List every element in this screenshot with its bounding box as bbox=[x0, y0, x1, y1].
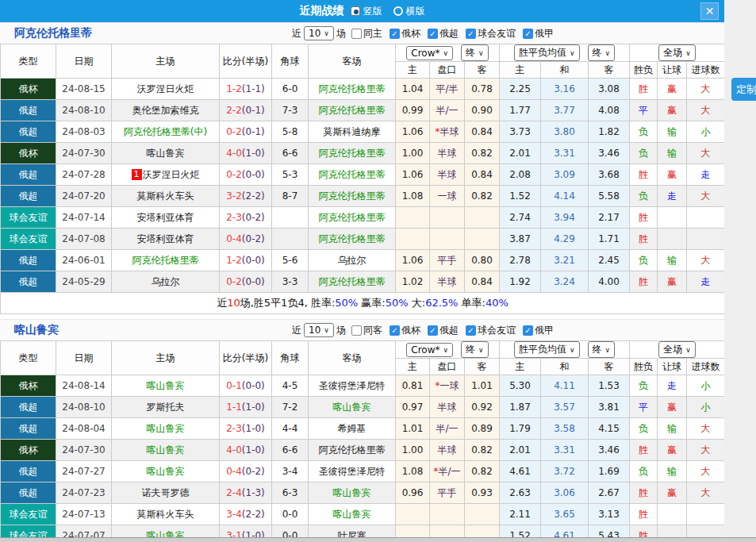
league-badge: 俄超 bbox=[1, 397, 56, 418]
avg-home-odds: 1.87 bbox=[500, 397, 541, 418]
home-team-name: 喀山鲁宾 bbox=[147, 380, 185, 391]
away-team: 阿克伦托格里蒂 bbox=[309, 207, 396, 229]
avg-odds-group: 胜平负均值∨终∨ bbox=[500, 341, 630, 359]
same-venue-checkbox[interactable]: 同客 bbox=[351, 324, 382, 337]
home-team: 喀山鲁宾 bbox=[112, 375, 220, 397]
match-row: 俄超24-07-23诺夫哥罗德2-4(1-3)6-3喀山鲁宾0.96平手0.93… bbox=[1, 482, 725, 504]
handicap-text: 半/一 bbox=[436, 423, 458, 434]
result-wdl: 胜 bbox=[630, 207, 658, 229]
team-section-1: 喀山鲁宾近10∨场同客✓俄杯✓俄超✓球会友谊✓俄甲类型日期主场比分(半场)角球客… bbox=[0, 319, 724, 537]
match-row: 俄超24-05-29乌拉尔0-2(0-0)3-3阿克伦托格里蒂1.02半球0.8… bbox=[1, 271, 725, 293]
radio-unselected-icon bbox=[393, 6, 403, 16]
handicap-home-odds: 1.00 bbox=[396, 440, 430, 461]
checkbox-unchecked-icon bbox=[351, 325, 362, 336]
halftime-score: (0-1) bbox=[242, 126, 265, 137]
avg-away-odds: 3.08 bbox=[589, 79, 630, 100]
away-team-name: 叶尼塞 bbox=[338, 530, 366, 538]
avg-odds-select[interactable]: 胜平负均值∨ bbox=[514, 44, 580, 61]
subcol-6: 胜负 bbox=[630, 62, 658, 79]
score: 4-0(1-0) bbox=[220, 143, 272, 164]
league-checkbox-0[interactable]: ✓俄杯 bbox=[390, 27, 420, 40]
away-team-name: 阿克伦托格里蒂 bbox=[319, 190, 386, 202]
handicap-away-odds: 0.93 bbox=[465, 482, 500, 504]
score: 2-3(1-0) bbox=[220, 418, 272, 440]
score: 0-2(0-1) bbox=[220, 121, 272, 143]
avg-away-odds: 1.82 bbox=[589, 121, 630, 143]
league-checkbox-1[interactable]: ✓俄超 bbox=[428, 324, 459, 337]
handicap-home-odds: 1.08 bbox=[396, 186, 430, 207]
avg-home-odds: 2.11 bbox=[500, 504, 541, 525]
avg-away-odds: 3.13 bbox=[589, 504, 630, 525]
results-group: 全场∨ bbox=[630, 44, 724, 62]
avg-draw-odds: 3.16 bbox=[541, 79, 589, 100]
home-team: 莫斯科火车头 bbox=[112, 504, 220, 525]
radio-horizontal-layout[interactable]: 横版 bbox=[393, 5, 425, 18]
handicap-away-odds: 0.84 bbox=[465, 271, 500, 293]
result-goals: 大 bbox=[687, 186, 724, 207]
odds-provider-select[interactable]: Crow*∨ bbox=[406, 46, 453, 60]
scope-select[interactable]: 全场∨ bbox=[658, 44, 696, 61]
score: 0-2(0-0) bbox=[220, 164, 272, 186]
fulltime-score: 0-4 bbox=[226, 466, 242, 477]
handicap-away-odds: 0.84 bbox=[465, 164, 500, 186]
result-wdl: 胜 bbox=[630, 229, 658, 250]
league-checkbox-0[interactable]: ✓俄杯 bbox=[390, 324, 420, 337]
avg-odds-select[interactable]: 胜平负均值∨ bbox=[514, 341, 580, 358]
subcol-6: 胜负 bbox=[630, 359, 658, 375]
handicap-away-odds: 0.89 bbox=[465, 418, 500, 440]
avg-odds-selects: 胜平负均值∨终∨ bbox=[500, 44, 629, 61]
radio-vertical-layout[interactable]: 竖版 bbox=[351, 5, 382, 18]
avg-away-odds: 2.67 bbox=[589, 482, 630, 504]
handicap-final-select[interactable]: 终∨ bbox=[461, 44, 489, 61]
away-team: 乌拉尔 bbox=[309, 250, 396, 271]
handicap-away-odds bbox=[465, 504, 500, 525]
corner-score: 7-2 bbox=[272, 397, 309, 418]
handicap-home-odds: 1.06 bbox=[396, 121, 430, 143]
league-checkbox-label: 俄杯 bbox=[401, 27, 420, 40]
league-badge: 俄超 bbox=[1, 271, 56, 293]
handicap-home-odds: 0.97 bbox=[396, 397, 430, 418]
league-checkbox-1[interactable]: ✓俄超 bbox=[428, 27, 459, 40]
scope-select[interactable]: 全场∨ bbox=[658, 341, 696, 358]
odds-provider-select[interactable]: Crow*∨ bbox=[406, 343, 453, 357]
handicap-away-odds: 0.82 bbox=[465, 440, 500, 461]
avg-final-select[interactable]: 终∨ bbox=[588, 44, 616, 61]
league-checkbox-2[interactable]: ✓球会友谊 bbox=[466, 27, 516, 40]
handicap-away-odds: 0.82 bbox=[465, 186, 500, 207]
handicap-away-odds bbox=[465, 207, 500, 229]
checkbox-checked-icon: ✓ bbox=[390, 325, 400, 336]
handicap-home-odds: 0.99 bbox=[396, 100, 430, 121]
match-date: 24-07-13 bbox=[56, 504, 112, 525]
summary-segment: 62.5% bbox=[425, 297, 458, 309]
recent-count-select[interactable]: 10∨ bbox=[304, 26, 334, 40]
recent-results-popup: 近期战绩 竖版 横版 ✕ 阿克伦托格里蒂近10∨场同主✓俄杯✓俄超✓球会友谊✓俄… bbox=[0, 0, 724, 537]
league-checkbox-3[interactable]: ✓俄甲 bbox=[523, 27, 554, 40]
away-team-name: 喀山鲁宾 bbox=[333, 487, 371, 498]
corner-score: 3-3 bbox=[272, 271, 309, 293]
match-row: 俄超24-07-27喀山鲁宾0-4(0-2)3-4圣彼得堡泽尼特1.08*半/一… bbox=[1, 461, 725, 482]
popup-title: 近期战绩 bbox=[300, 4, 344, 18]
home-team-name: 沃罗涅日火炬 bbox=[143, 169, 200, 180]
halftime-score: (1-3) bbox=[242, 487, 265, 498]
avg-final-select[interactable]: 终∨ bbox=[588, 341, 616, 358]
league-checkbox-3[interactable]: ✓俄甲 bbox=[523, 324, 554, 337]
handicap-text: 平/半 bbox=[436, 83, 458, 94]
result-handicap: 输 bbox=[658, 418, 687, 440]
recent-count-select[interactable]: 10∨ bbox=[304, 323, 334, 337]
result-handicap bbox=[658, 525, 687, 538]
handicap-home-odds: 1.06 bbox=[396, 250, 430, 271]
corner-score: 4-5 bbox=[272, 375, 309, 397]
subcol-1: 盘口 bbox=[430, 359, 465, 375]
same-venue-checkbox[interactable]: 同主 bbox=[351, 27, 382, 40]
close-button[interactable]: ✕ bbox=[700, 2, 719, 20]
match-date: 24-07-30 bbox=[56, 440, 112, 461]
team-section-0: 阿克伦托格里蒂近10∨场同主✓俄杯✓俄超✓球会友谊✓俄甲类型日期主场比分(半场)… bbox=[0, 22, 724, 314]
handicap-text: 半球 bbox=[438, 402, 457, 413]
league-checkbox-2[interactable]: ✓球会友谊 bbox=[466, 324, 516, 337]
handicap-final-select[interactable]: 终∨ bbox=[461, 341, 489, 358]
avg-draw-odds: 3.77 bbox=[541, 100, 589, 121]
fulltime-score: 0-2 bbox=[226, 126, 242, 137]
result-goals: 走 bbox=[687, 271, 724, 293]
near-label: 近 bbox=[292, 27, 301, 40]
customize-button[interactable]: 定制 bbox=[731, 78, 756, 101]
